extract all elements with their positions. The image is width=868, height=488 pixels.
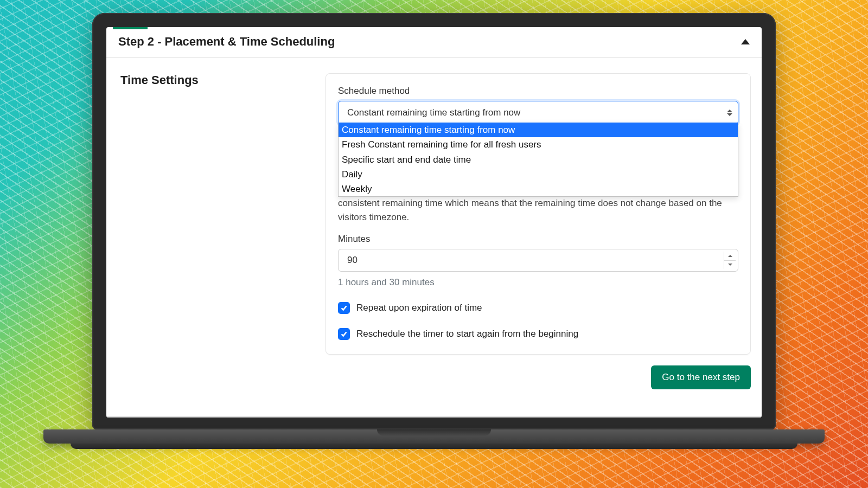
schedule-option[interactable]: Constant remaining time starting from no…: [339, 123, 738, 137]
bottom-divider: [106, 416, 762, 418]
repeat-label: Repeat upon expiration of time: [356, 303, 482, 313]
reschedule-checkbox[interactable]: [338, 328, 350, 340]
schedule-method-value: Constant remaining time starting from no…: [347, 107, 520, 118]
schedule-description: consistent remaining time which means th…: [338, 196, 738, 224]
next-step-button[interactable]: Go to the next step: [651, 365, 751, 389]
schedule-option[interactable]: Daily: [339, 167, 738, 182]
laptop-notch: [377, 429, 491, 436]
laptop-base-edge: [71, 444, 797, 449]
minutes-value: 90: [347, 255, 358, 266]
reschedule-label: Reschedule the timer to start again from…: [356, 329, 578, 339]
select-spinner-icon: [727, 110, 732, 116]
schedule-option[interactable]: Specific start and end date time: [339, 152, 738, 167]
time-settings-card: Schedule method Constant remaining time …: [326, 73, 751, 355]
schedule-option[interactable]: Fresh Constant remaining time for all fr…: [339, 137, 738, 152]
step-header[interactable]: Step 2 - Placement & Time Scheduling: [106, 27, 762, 58]
schedule-option[interactable]: Weekly: [339, 182, 738, 196]
app-screen: Step 2 - Placement & Time Scheduling Tim…: [106, 27, 762, 418]
repeat-checkbox[interactable]: [338, 302, 350, 314]
laptop-mock: Step 2 - Placement & Time Scheduling Tim…: [92, 13, 776, 449]
spinner-up-icon[interactable]: [724, 252, 736, 260]
collapse-caret-icon[interactable]: [741, 39, 750, 44]
schedule-method-label: Schedule method: [338, 86, 738, 97]
spinner-down-icon[interactable]: [724, 260, 736, 269]
active-tab-indicator: [113, 27, 148, 29]
minutes-label: Minutes: [338, 234, 738, 245]
number-spinner: [724, 252, 736, 269]
minutes-hint: 1 hours and 30 minutes: [338, 277, 738, 288]
schedule-method-dropdown[interactable]: Constant remaining time starting from no…: [338, 123, 738, 197]
minutes-input[interactable]: 90: [338, 249, 738, 272]
section-title: Time Settings: [120, 73, 312, 87]
step-title: Step 2 - Placement & Time Scheduling: [118, 35, 335, 49]
schedule-method-select[interactable]: Constant remaining time starting from no…: [338, 101, 738, 125]
laptop-base: [43, 429, 825, 444]
